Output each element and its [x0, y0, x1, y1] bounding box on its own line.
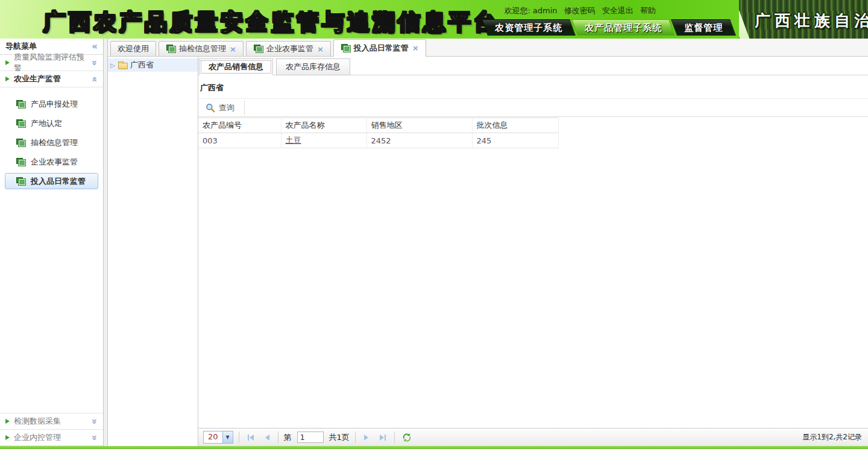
- refresh-icon: [402, 433, 412, 442]
- table-row[interactable]: 003 土豆 2452 245: [198, 133, 558, 148]
- logout-link[interactable]: 安全退出: [602, 6, 634, 15]
- page-total-label: 共1页: [329, 432, 350, 443]
- search-toolbar: 查询: [198, 98, 868, 117]
- sidebar-group-agri-production[interactable]: 农业生产监管 «: [0, 71, 103, 87]
- main-area: 导航菜单 « 质量风险监测评估预警 « 农业生产监管 « 产品申报处理: [0, 39, 868, 446]
- subsystem-tab-supervision[interactable]: 监督管理: [671, 19, 736, 36]
- subsystem-tabs: 农资管理子系统 农产品管理子系统 监督管理: [485, 19, 733, 36]
- record-summary: 显示1到2,共2记录: [802, 432, 863, 442]
- sidebar-collapse-icon[interactable]: «: [92, 42, 98, 51]
- page-number-input[interactable]: [297, 432, 324, 443]
- cell-batch-info: 245: [472, 133, 558, 148]
- subtab-sales-info[interactable]: 农产品销售信息: [199, 58, 273, 75]
- content-panel: 农产品销售信息 农产品库存信息 广西省 查询: [198, 57, 868, 446]
- sidebar-title: 导航菜单: [5, 41, 37, 52]
- tab-enterprise-farming[interactable]: 企业农事监管 ×: [246, 41, 331, 56]
- column-header-product-id[interactable]: 农产品编号: [198, 118, 281, 133]
- folder-icon: [118, 63, 128, 69]
- cell-sales-region: 2452: [366, 133, 472, 148]
- content-subtabbar: 农产品销售信息 农产品库存信息: [198, 57, 868, 75]
- tab-docs-icon: [166, 45, 175, 53]
- app-window: 广西农产品质量安全监管与追溯信息平台 欢迎您:admin 修改密码 安全退出 帮…: [0, 0, 868, 449]
- next-page-button[interactable]: [361, 433, 371, 442]
- close-icon[interactable]: ×: [412, 43, 419, 52]
- page-size-select[interactable]: 20 ▼: [203, 431, 233, 444]
- subsystem-tab-agri-materials[interactable]: 农资管理子系统: [482, 19, 576, 36]
- sidebar-group-test-data-collection[interactable]: 检测数据采集 «: [0, 413, 103, 430]
- pagination-bar: 20 ▼ 第 共1页: [198, 428, 868, 446]
- pagination-separator: [239, 432, 239, 443]
- chevron-double-down-icon[interactable]: «: [90, 435, 99, 441]
- first-page-icon: [248, 435, 249, 441]
- last-page-button[interactable]: [377, 433, 389, 442]
- arrow-right-icon: [5, 419, 10, 424]
- sidebar-item-sampling-info[interactable]: 抽检信息管理: [5, 134, 98, 151]
- page-size-value: 20: [204, 432, 222, 443]
- sidebar-group-internal-control[interactable]: 企业内控管理 «: [0, 430, 103, 446]
- right-panel: 欢迎使用 抽检信息管理 × 企业农事监管 × 投入品日常监管 ×: [108, 39, 868, 446]
- search-icon: [206, 103, 215, 113]
- region-title: 广西省: [200, 83, 866, 93]
- tree-node-label: 广西省: [130, 60, 154, 71]
- menu-docs-icon: [16, 177, 25, 186]
- products-table: 农产品编号 农产品名称 销售地区 批次信息 003 土豆 2452: [198, 118, 559, 148]
- username: admin: [533, 6, 558, 15]
- table-header-row: 农产品编号 农产品名称 销售地区 批次信息: [198, 118, 558, 133]
- pagination-separator: [394, 432, 395, 443]
- sidebar-item-origin-certification[interactable]: 产地认定: [5, 115, 98, 131]
- close-icon[interactable]: ×: [317, 45, 324, 54]
- refresh-button[interactable]: [402, 433, 412, 442]
- subtab-inventory-info[interactable]: 农产品库存信息: [276, 58, 350, 75]
- menu-docs-icon: [16, 139, 25, 147]
- help-link[interactable]: 帮助: [640, 6, 656, 15]
- column-header-product-name[interactable]: 农产品名称: [281, 118, 366, 133]
- welcome-prefix: 欢迎您:: [504, 6, 530, 15]
- pagination-separator: [355, 432, 356, 443]
- tab-docs-icon: [253, 45, 263, 53]
- content-spacer: [198, 148, 868, 428]
- pagination-separator: [278, 432, 278, 443]
- prev-page-icon: [265, 435, 269, 441]
- last-page-icon: [385, 435, 386, 441]
- menu-docs-icon: [16, 100, 25, 108]
- arrow-right-icon: [5, 60, 10, 65]
- sidebar-splitter[interactable]: [104, 39, 108, 446]
- dropdown-arrow-icon[interactable]: ▼: [222, 432, 233, 443]
- workarea: ▷ 广西省 农产品销售信息 农产品库存信息 广西省: [108, 57, 868, 446]
- welcome-bar: 欢迎您:admin 修改密码 安全退出 帮助: [504, 5, 656, 16]
- subsystem-tab-agri-products[interactable]: 农产品管理子系统: [571, 19, 675, 36]
- tab-docs-icon: [341, 44, 350, 52]
- tab-input-supervision[interactable]: 投入品日常监管 ×: [333, 39, 426, 57]
- menu-docs-icon: [16, 119, 25, 128]
- sidebar-item-input-supervision[interactable]: 投入品日常监管: [5, 173, 98, 189]
- next-page-icon: [364, 435, 368, 441]
- change-password-link[interactable]: 修改密码: [564, 6, 596, 15]
- prev-page-button[interactable]: [262, 433, 272, 442]
- tree-node-guangxi[interactable]: ▷ 广西省: [108, 58, 198, 72]
- chevron-double-down-icon[interactable]: «: [90, 418, 99, 424]
- sidebar-item-enterprise-farming[interactable]: 企业农事监管: [5, 154, 98, 170]
- chevron-double-up-icon[interactable]: «: [90, 76, 99, 82]
- column-header-batch-info[interactable]: 批次信息: [472, 118, 558, 133]
- tab-sampling-info[interactable]: 抽检信息管理 ×: [159, 41, 244, 56]
- toolbar-separator: [244, 101, 245, 115]
- sidebar-bottom-groups: 检测数据采集 « 企业内控管理 «: [0, 413, 103, 446]
- chevron-double-down-icon[interactable]: «: [90, 60, 99, 66]
- tab-welcome[interactable]: 欢迎使用: [110, 41, 156, 56]
- footer-strip: [0, 446, 868, 449]
- page-prefix-label: 第: [284, 432, 292, 443]
- region-tree-panel: ▷ 广西省: [108, 57, 198, 446]
- cell-product-name[interactable]: 土豆: [281, 133, 366, 148]
- first-page-button[interactable]: [245, 433, 257, 442]
- search-button[interactable]: 查询: [201, 101, 239, 115]
- close-icon[interactable]: ×: [230, 45, 236, 54]
- arrow-right-icon: [5, 77, 10, 81]
- tree-expander-icon[interactable]: ▷: [110, 62, 116, 69]
- cell-product-id: 003: [198, 133, 281, 148]
- region-banner-label: 广西壮族自治区: [755, 10, 868, 31]
- sidebar-group-risk-monitoring[interactable]: 质量风险监测评估预警 «: [0, 55, 103, 71]
- app-header: 广西农产品质量安全监管与追溯信息平台 欢迎您:admin 修改密码 安全退出 帮…: [0, 0, 868, 39]
- sidebar-item-product-declaration[interactable]: 产品申报处理: [5, 96, 98, 112]
- column-header-sales-region[interactable]: 销售地区: [366, 118, 472, 133]
- wheat-field-banner: 广西壮族自治区: [739, 0, 868, 39]
